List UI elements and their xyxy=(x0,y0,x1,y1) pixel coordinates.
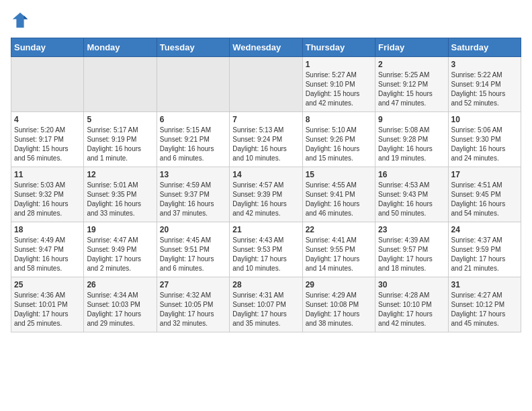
calendar-cell: 5Sunrise: 5:17 AM Sunset: 9:19 PM Daylig… xyxy=(84,112,157,167)
day-info: Sunrise: 4:36 AM Sunset: 10:01 PM Daylig… xyxy=(14,291,81,328)
calendar-cell: 8Sunrise: 5:10 AM Sunset: 9:26 PM Daylig… xyxy=(302,112,375,167)
day-number: 12 xyxy=(87,170,153,179)
day-number: 29 xyxy=(306,280,372,289)
week-row-5: 25Sunrise: 4:36 AM Sunset: 10:01 PM Dayl… xyxy=(11,277,521,332)
calendar-cell: 21Sunrise: 4:43 AM Sunset: 9:53 PM Dayli… xyxy=(230,222,302,277)
day-number: 21 xyxy=(232,225,299,234)
day-number: 9 xyxy=(378,115,445,124)
day-number: 1 xyxy=(306,60,372,69)
day-header-monday: Monday xyxy=(84,38,157,57)
day-number: 22 xyxy=(306,225,372,234)
calendar-cell: 22Sunrise: 4:41 AM Sunset: 9:55 PM Dayli… xyxy=(302,222,375,277)
calendar-body: 1Sunrise: 5:27 AM Sunset: 9:10 PM Daylig… xyxy=(11,57,521,332)
day-info: Sunrise: 4:43 AM Sunset: 9:53 PM Dayligh… xyxy=(232,236,299,273)
day-info: Sunrise: 4:39 AM Sunset: 9:57 PM Dayligh… xyxy=(378,236,445,273)
day-header-friday: Friday xyxy=(375,38,448,57)
day-info: Sunrise: 5:08 AM Sunset: 9:28 PM Dayligh… xyxy=(378,126,445,163)
day-info: Sunrise: 4:27 AM Sunset: 10:12 PM Daylig… xyxy=(451,291,518,328)
calendar-cell: 3Sunrise: 5:22 AM Sunset: 9:14 PM Daylig… xyxy=(448,57,521,112)
week-row-1: 1Sunrise: 5:27 AM Sunset: 9:10 PM Daylig… xyxy=(11,57,521,112)
calendar-cell: 20Sunrise: 4:45 AM Sunset: 9:51 PM Dayli… xyxy=(157,222,229,277)
svg-marker-0 xyxy=(13,13,28,28)
calendar-cell xyxy=(11,57,84,112)
day-info: Sunrise: 4:57 AM Sunset: 9:39 PM Dayligh… xyxy=(232,181,299,218)
day-info: Sunrise: 4:55 AM Sunset: 9:41 PM Dayligh… xyxy=(306,181,372,218)
calendar-table: SundayMondayTuesdayWednesdayThursdayFrid… xyxy=(11,38,521,332)
calendar-cell xyxy=(157,57,229,112)
day-info: Sunrise: 4:59 AM Sunset: 9:37 PM Dayligh… xyxy=(160,181,226,218)
day-info: Sunrise: 5:01 AM Sunset: 9:35 PM Dayligh… xyxy=(87,181,153,218)
page-header xyxy=(11,11,521,30)
calendar-header: SundayMondayTuesdayWednesdayThursdayFrid… xyxy=(11,38,521,57)
day-number: 18 xyxy=(14,225,81,234)
week-row-2: 4Sunrise: 5:20 AM Sunset: 9:17 PM Daylig… xyxy=(11,112,521,167)
day-info: Sunrise: 5:06 AM Sunset: 9:30 PM Dayligh… xyxy=(451,126,518,163)
calendar-cell: 15Sunrise: 4:55 AM Sunset: 9:41 PM Dayli… xyxy=(302,167,375,222)
day-info: Sunrise: 4:49 AM Sunset: 9:47 PM Dayligh… xyxy=(14,236,81,273)
calendar-cell: 18Sunrise: 4:49 AM Sunset: 9:47 PM Dayli… xyxy=(11,222,84,277)
day-number: 25 xyxy=(14,280,81,289)
calendar-cell: 25Sunrise: 4:36 AM Sunset: 10:01 PM Dayl… xyxy=(11,277,84,332)
calendar-cell: 14Sunrise: 4:57 AM Sunset: 9:39 PM Dayli… xyxy=(230,167,302,222)
day-info: Sunrise: 4:47 AM Sunset: 9:49 PM Dayligh… xyxy=(87,236,153,273)
logo-icon xyxy=(11,11,30,30)
week-row-4: 18Sunrise: 4:49 AM Sunset: 9:47 PM Dayli… xyxy=(11,222,521,277)
logo xyxy=(11,11,32,30)
calendar-cell: 28Sunrise: 4:31 AM Sunset: 10:07 PM Dayl… xyxy=(230,277,302,332)
calendar-cell: 17Sunrise: 4:51 AM Sunset: 9:45 PM Dayli… xyxy=(448,167,521,222)
calendar-cell: 9Sunrise: 5:08 AM Sunset: 9:28 PM Daylig… xyxy=(375,112,448,167)
day-number: 28 xyxy=(232,280,299,289)
calendar-cell: 19Sunrise: 4:47 AM Sunset: 9:49 PM Dayli… xyxy=(84,222,157,277)
day-number: 4 xyxy=(14,115,81,124)
day-number: 27 xyxy=(160,280,226,289)
day-number: 31 xyxy=(451,280,518,289)
day-number: 16 xyxy=(378,170,445,179)
day-number: 10 xyxy=(451,115,518,124)
calendar-cell: 27Sunrise: 4:32 AM Sunset: 10:05 PM Dayl… xyxy=(157,277,229,332)
day-info: Sunrise: 4:29 AM Sunset: 10:08 PM Daylig… xyxy=(306,291,372,328)
header-row: SundayMondayTuesdayWednesdayThursdayFrid… xyxy=(11,38,521,57)
day-number: 17 xyxy=(451,170,518,179)
day-info: Sunrise: 5:15 AM Sunset: 9:21 PM Dayligh… xyxy=(160,126,226,163)
day-info: Sunrise: 4:37 AM Sunset: 9:59 PM Dayligh… xyxy=(451,236,518,273)
calendar-cell xyxy=(84,57,157,112)
day-info: Sunrise: 4:28 AM Sunset: 10:10 PM Daylig… xyxy=(378,291,445,328)
calendar-cell: 2Sunrise: 5:25 AM Sunset: 9:12 PM Daylig… xyxy=(375,57,448,112)
calendar-cell: 13Sunrise: 4:59 AM Sunset: 9:37 PM Dayli… xyxy=(157,167,229,222)
calendar-cell xyxy=(230,57,302,112)
day-number: 30 xyxy=(378,280,445,289)
day-number: 14 xyxy=(232,170,299,179)
svg-marker-1 xyxy=(24,15,28,19)
day-number: 20 xyxy=(160,225,226,234)
day-number: 19 xyxy=(87,225,153,234)
day-header-sunday: Sunday xyxy=(11,38,84,57)
day-info: Sunrise: 5:25 AM Sunset: 9:12 PM Dayligh… xyxy=(378,71,445,108)
day-number: 2 xyxy=(378,60,445,69)
day-number: 15 xyxy=(306,170,372,179)
day-info: Sunrise: 5:27 AM Sunset: 9:10 PM Dayligh… xyxy=(306,71,372,108)
day-number: 7 xyxy=(232,115,299,124)
day-header-wednesday: Wednesday xyxy=(230,38,302,57)
day-info: Sunrise: 4:34 AM Sunset: 10:03 PM Daylig… xyxy=(87,291,153,328)
calendar-cell: 16Sunrise: 4:53 AM Sunset: 9:43 PM Dayli… xyxy=(375,167,448,222)
day-number: 26 xyxy=(87,280,153,289)
calendar-cell: 12Sunrise: 5:01 AM Sunset: 9:35 PM Dayli… xyxy=(84,167,157,222)
day-info: Sunrise: 4:32 AM Sunset: 10:05 PM Daylig… xyxy=(160,291,226,328)
calendar-cell: 6Sunrise: 5:15 AM Sunset: 9:21 PM Daylig… xyxy=(157,112,229,167)
calendar-cell: 30Sunrise: 4:28 AM Sunset: 10:10 PM Dayl… xyxy=(375,277,448,332)
calendar-cell: 24Sunrise: 4:37 AM Sunset: 9:59 PM Dayli… xyxy=(448,222,521,277)
day-info: Sunrise: 5:20 AM Sunset: 9:17 PM Dayligh… xyxy=(14,126,81,163)
calendar-cell: 7Sunrise: 5:13 AM Sunset: 9:24 PM Daylig… xyxy=(230,112,302,167)
day-info: Sunrise: 4:53 AM Sunset: 9:43 PM Dayligh… xyxy=(378,181,445,218)
day-info: Sunrise: 4:51 AM Sunset: 9:45 PM Dayligh… xyxy=(451,181,518,218)
day-number: 23 xyxy=(378,225,445,234)
day-number: 5 xyxy=(87,115,153,124)
day-header-saturday: Saturday xyxy=(448,38,521,57)
day-info: Sunrise: 4:41 AM Sunset: 9:55 PM Dayligh… xyxy=(306,236,372,273)
day-info: Sunrise: 4:45 AM Sunset: 9:51 PM Dayligh… xyxy=(160,236,226,273)
day-number: 11 xyxy=(14,170,81,179)
day-header-tuesday: Tuesday xyxy=(157,38,229,57)
calendar-cell: 31Sunrise: 4:27 AM Sunset: 10:12 PM Dayl… xyxy=(448,277,521,332)
day-number: 6 xyxy=(160,115,226,124)
calendar-cell: 23Sunrise: 4:39 AM Sunset: 9:57 PM Dayli… xyxy=(375,222,448,277)
